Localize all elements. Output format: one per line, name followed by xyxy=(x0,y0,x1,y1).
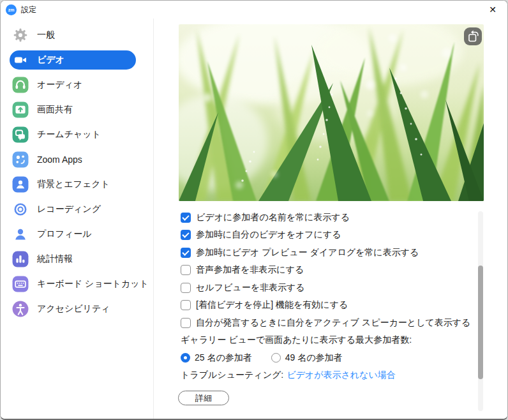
advanced-button[interactable]: 詳細 xyxy=(178,391,229,405)
radio-label: 25 名の参加者 xyxy=(195,352,252,364)
sidebar-item-label: 背景とエフェクト xyxy=(37,179,110,190)
checkbox-turn-off-video-on-join[interactable] xyxy=(181,230,191,240)
scrollbar-track[interactable] xyxy=(478,211,483,411)
radio-49-participants[interactable] xyxy=(271,353,281,363)
option-row: ビデオに参加者の名前を常に表示する xyxy=(181,209,487,227)
keyboard-icon xyxy=(12,276,29,292)
title-bar: zm 設定 ✕ xyxy=(1,1,507,19)
gallery-view-label: ギャラリー ビューで画面あたりに表示する最大参加者数: xyxy=(181,334,412,346)
sidebar-item-label: Zoom Apps xyxy=(37,154,82,165)
sidebar-item-background-effects[interactable]: 背景とエフェクト xyxy=(10,175,136,194)
sidebar-item-label: 画面共有 xyxy=(37,104,73,116)
option-row: 参加時に自分のビデオをオフにする xyxy=(181,227,487,244)
video-settings-panel: ビデオに参加者の名前を常に表示する 参加時に自分のビデオをオフにする 参加時にビ… xyxy=(154,19,507,419)
checkbox-label: 音声参加者を非表示にする xyxy=(196,264,304,276)
checkbox-label: ビデオに参加者の名前を常に表示する xyxy=(196,212,350,223)
checkbox-hide-self-view[interactable] xyxy=(181,283,191,293)
sidebar-item-label: キーボード ショートカット xyxy=(37,278,149,290)
troubleshooting-row: トラブルシューティング: ビデオが表示されない場合 xyxy=(181,367,487,385)
radio-group-25: 25 名の参加者 xyxy=(181,352,252,364)
option-row: セルフビューを非表示する xyxy=(181,279,487,297)
checkbox-label: 参加時に自分のビデオをオフにする xyxy=(196,229,341,241)
sidebar-item-video[interactable]: ビデオ xyxy=(10,50,136,70)
sidebar-item-label: 統計情報 xyxy=(37,253,73,265)
grass-preview-image xyxy=(179,24,484,201)
sidebar-item-recording[interactable]: レコーディング xyxy=(10,200,136,219)
video-camera-icon xyxy=(12,52,29,68)
checkbox-show-video-preview-dialog[interactable] xyxy=(181,248,191,258)
sidebar-item-label: チームチャット xyxy=(37,129,101,140)
zoom-logo-icon: zm xyxy=(6,4,17,15)
sidebar-item-profile[interactable]: プロフィール xyxy=(10,225,136,244)
settings-window: zm 設定 ✕ 一般 xyxy=(0,0,508,420)
camera-preview xyxy=(179,24,484,201)
checkbox-label: 自分が発言するときに自分をアクティブ スピーカーとして表示する xyxy=(196,317,470,329)
chat-icon xyxy=(12,126,29,143)
sidebar-item-zoom-apps[interactable]: Zoom Apps xyxy=(10,150,136,169)
troubleshooting-label: トラブルシューティング: xyxy=(181,370,283,381)
screen-share-icon xyxy=(12,101,29,118)
video-options-list: ビデオに参加者の名前を常に表示する 参加時に自分のビデオをオフにする 参加時にビ… xyxy=(181,209,487,384)
option-row: 参加時にビデオ プレビュー ダイアログを常に表示する xyxy=(181,244,487,262)
radio-group-49: 49 名の参加者 xyxy=(271,352,343,364)
settings-sidebar: 一般 ビデオ xyxy=(1,19,154,419)
checkbox-stop-incoming-video[interactable] xyxy=(181,300,191,310)
option-row: [着信ビデオを停止] 機能を有効にする xyxy=(181,297,487,315)
sidebar-item-statistics[interactable]: 統計情報 xyxy=(10,250,136,269)
checkbox-show-participant-names[interactable] xyxy=(181,213,191,223)
radio-25-participants[interactable] xyxy=(181,353,190,363)
checkbox-label: [着信ビデオを停止] 機能を有効にする xyxy=(196,299,348,311)
option-row: 音声参加者を非表示にする xyxy=(181,262,487,280)
recording-icon xyxy=(12,201,29,218)
sidebar-item-keyboard-shortcuts[interactable]: キーボード ショートカット xyxy=(10,274,136,294)
option-row: 自分が発言するときに自分をアクティブ スピーカーとして表示する xyxy=(181,314,487,332)
profile-icon xyxy=(12,226,29,243)
sidebar-item-label: 一般 xyxy=(37,29,55,41)
apps-icon xyxy=(12,151,29,168)
rotate-90-button[interactable] xyxy=(464,27,482,45)
sidebar-item-team-chat[interactable]: チームチャット xyxy=(10,125,136,144)
checkbox-label: セルフビューを非表示する xyxy=(196,282,305,294)
statistics-icon xyxy=(12,251,29,267)
checkbox-spotlight-when-speaking[interactable] xyxy=(181,318,191,328)
sidebar-item-label: レコーディング xyxy=(37,204,101,215)
close-button[interactable]: ✕ xyxy=(478,1,507,19)
sidebar-item-audio[interactable]: オーディオ xyxy=(10,75,136,94)
radio-label: 49 名の参加者 xyxy=(285,352,343,364)
sidebar-item-label: ビデオ xyxy=(37,54,64,66)
background-effects-icon xyxy=(12,176,29,193)
sidebar-item-label: オーディオ xyxy=(37,79,82,91)
rotate-90-icon xyxy=(464,27,482,45)
checkbox-hide-non-video-participants[interactable] xyxy=(181,265,191,275)
sidebar-item-general[interactable]: 一般 xyxy=(10,26,136,45)
video-not-showing-link[interactable]: ビデオが表示されない場合 xyxy=(287,370,396,381)
sidebar-item-label: アクセシビリティ xyxy=(37,303,110,315)
window-title: 設定 xyxy=(21,4,36,15)
sidebar-item-accessibility[interactable]: アクセシビリティ xyxy=(10,299,136,319)
max-participants-radio-row: 25 名の参加者 49 名の参加者 xyxy=(181,349,487,367)
scrollbar-thumb[interactable] xyxy=(478,266,483,379)
accessibility-icon xyxy=(12,301,29,317)
gear-icon xyxy=(12,27,29,43)
sidebar-item-screen-share[interactable]: 画面共有 xyxy=(10,100,136,119)
checkbox-label: 参加時にビデオ プレビュー ダイアログを常に表示する xyxy=(196,247,419,259)
headphones-icon xyxy=(12,77,29,93)
gallery-view-label-row: ギャラリー ビューで画面あたりに表示する最大参加者数: xyxy=(181,332,487,350)
sidebar-item-label: プロフィール xyxy=(37,229,92,240)
